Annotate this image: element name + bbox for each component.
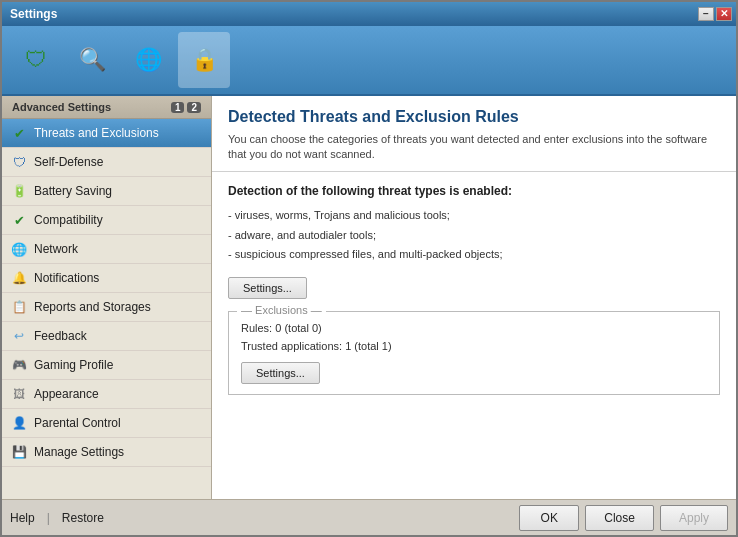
advanced-settings-label: Advanced Settings <box>12 101 111 113</box>
restore-link[interactable]: Restore <box>62 511 104 525</box>
bell-icon: 🔔 <box>10 269 28 287</box>
manage-icon: 💾 <box>10 443 28 461</box>
feedback-icon: ↩ <box>10 327 28 345</box>
toolbar-btn-globe[interactable]: 🌐 <box>122 32 174 88</box>
globe-icon: 🌐 <box>132 44 164 76</box>
shield-small-icon: 🛡 <box>10 153 28 171</box>
shield-icon: 🛡 <box>20 44 52 76</box>
sidebar-item-feedback[interactable]: ↩ Feedback <box>2 322 211 351</box>
sidebar-item-manage-settings[interactable]: 💾 Manage Settings <box>2 438 211 467</box>
sidebar: Advanced Settings 1 2 ✔ Threats and Excl… <box>2 96 212 499</box>
sidebar-label-notifications: Notifications <box>34 271 99 285</box>
minimize-button[interactable]: − <box>698 7 714 21</box>
close-button-footer[interactable]: Close <box>585 505 654 531</box>
sidebar-item-appearance[interactable]: 🖼 Appearance <box>2 380 211 409</box>
title-bar-controls: − ✕ <box>698 7 732 21</box>
content-area: Advanced Settings 1 2 ✔ Threats and Excl… <box>2 96 736 499</box>
title-bar: Settings − ✕ <box>2 2 736 26</box>
help-link[interactable]: Help <box>10 511 35 525</box>
sidebar-label-reports-storages: Reports and Storages <box>34 300 151 314</box>
toolbar: 🛡 🔍 🌐 🔒 <box>2 26 736 96</box>
sidebar-item-battery-saving[interactable]: 🔋 Battery Saving <box>2 177 211 206</box>
battery-icon: 🔋 <box>10 182 28 200</box>
parental-icon: 👤 <box>10 414 28 432</box>
detection-item-2: - adware, and autodialer tools; <box>228 226 720 246</box>
sidebar-label-self-defense: Self-Defense <box>34 155 103 169</box>
sidebar-item-network[interactable]: 🌐 Network <box>2 235 211 264</box>
window-title: Settings <box>10 7 57 21</box>
toolbar-btn-search[interactable]: 🔍 <box>66 32 118 88</box>
toolbar-btn-shield[interactable]: 🛡 <box>10 32 62 88</box>
search-icon: 🔍 <box>76 44 108 76</box>
detection-item-3: - suspicious compressed files, and multi… <box>228 245 720 265</box>
badge-2: 2 <box>187 102 201 113</box>
trusted-label: Trusted applications: 1 (total 1) <box>241 340 707 352</box>
detection-item-1: - viruses, worms, Trojans and malicious … <box>228 206 720 226</box>
exclusions-box: — Exclusions — Rules: 0 (total 0) Truste… <box>228 311 720 395</box>
exclusions-legend: — Exclusions — <box>237 304 326 316</box>
game-icon: 🎮 <box>10 356 28 374</box>
sidebar-label-appearance: Appearance <box>34 387 99 401</box>
sidebar-item-gaming-profile[interactable]: 🎮 Gaming Profile <box>2 351 211 380</box>
ok-button[interactable]: OK <box>519 505 579 531</box>
sidebar-label-feedback: Feedback <box>34 329 87 343</box>
compat-check-icon: ✔ <box>10 211 28 229</box>
sidebar-label-network: Network <box>34 242 78 256</box>
settings-button-2[interactable]: Settings... <box>241 362 320 384</box>
sidebar-item-compatibility[interactable]: ✔ Compatibility <box>2 206 211 235</box>
sidebar-label-parental-control: Parental Control <box>34 416 121 430</box>
lock-icon: 🔒 <box>188 44 220 76</box>
check-icon: ✔ <box>10 124 28 142</box>
sidebar-item-reports-storages[interactable]: 📋 Reports and Storages <box>2 293 211 322</box>
settings-button-1[interactable]: Settings... <box>228 277 307 299</box>
sidebar-item-threats-exclusions[interactable]: ✔ Threats and Exclusions <box>2 119 211 148</box>
main-content: Detected Threats and Exclusion Rules You… <box>212 96 736 499</box>
reports-icon: 📋 <box>10 298 28 316</box>
bottom-buttons: OK Close Apply <box>519 505 728 531</box>
sidebar-item-self-defense[interactable]: 🛡 Self-Defense <box>2 148 211 177</box>
bottom-bar: Help | Restore OK Close Apply <box>2 499 736 535</box>
network-icon: 🌐 <box>10 240 28 258</box>
sidebar-label-battery-saving: Battery Saving <box>34 184 112 198</box>
bottom-left: Help | Restore <box>10 511 104 525</box>
detection-header: Detection of the following threat types … <box>228 184 720 198</box>
sidebar-label-manage-settings: Manage Settings <box>34 445 124 459</box>
badge-1: 1 <box>171 102 185 113</box>
main-title: Detected Threats and Exclusion Rules <box>228 108 720 126</box>
sidebar-label-threats-exclusions: Threats and Exclusions <box>34 126 159 140</box>
rules-label: Rules: 0 (total 0) <box>241 322 707 334</box>
sidebar-label-compatibility: Compatibility <box>34 213 103 227</box>
settings-window: Settings − ✕ 🛡 🔍 🌐 🔒 Advanced Settings 1 <box>0 0 738 537</box>
main-header: Detected Threats and Exclusion Rules You… <box>212 96 736 172</box>
toolbar-btn-lock[interactable]: 🔒 <box>178 32 230 88</box>
sidebar-item-parental-control[interactable]: 👤 Parental Control <box>2 409 211 438</box>
divider: | <box>47 511 50 525</box>
detection-list: - viruses, worms, Trojans and malicious … <box>228 206 720 265</box>
main-body: Detection of the following threat types … <box>212 172 736 499</box>
apply-button[interactable]: Apply <box>660 505 728 531</box>
sidebar-section-header: Advanced Settings 1 2 <box>2 96 211 119</box>
close-button[interactable]: ✕ <box>716 7 732 21</box>
sidebar-item-notifications[interactable]: 🔔 Notifications <box>2 264 211 293</box>
appearance-icon: 🖼 <box>10 385 28 403</box>
main-description: You can choose the categories of threats… <box>228 132 720 163</box>
sidebar-label-gaming-profile: Gaming Profile <box>34 358 113 372</box>
